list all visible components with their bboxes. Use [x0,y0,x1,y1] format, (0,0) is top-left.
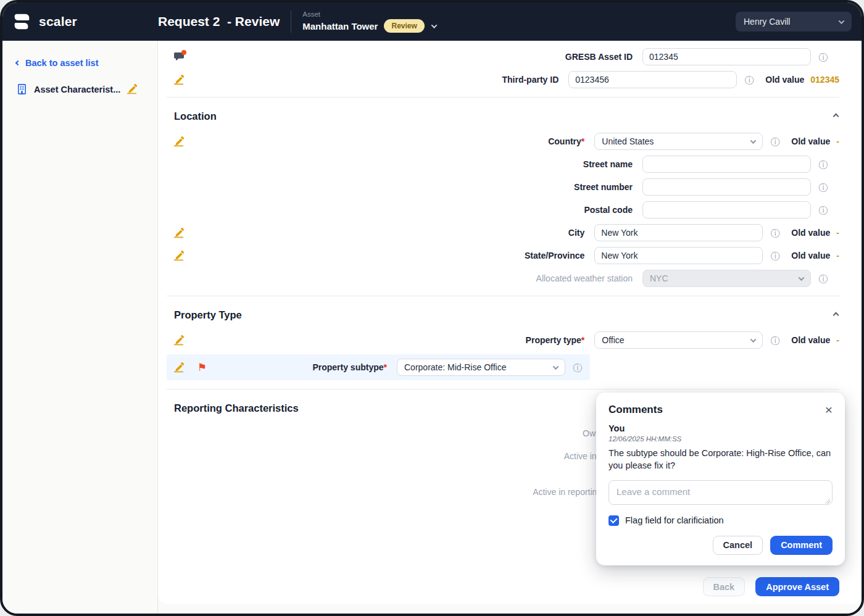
field-label: Active in analytics [210,447,642,461]
info-icon[interactable]: ⓘ [819,52,828,62]
flag-field-checkbox-row[interactable]: Flag field for clarificiation [609,515,833,526]
checkbox-label: Flag field for clarificiation [625,515,724,525]
third-party-id-input[interactable] [568,71,737,88]
chevron-down-icon [839,18,845,24]
field-label: Property subtype* [210,362,397,372]
top-header: scaler Request 2 - Review Asset Manhatta… [2,2,862,41]
old-value: 012345 [810,75,839,85]
sidebar: Back to asset list Asset Characterist... [2,41,158,614]
old-value-label: Old value [791,136,830,146]
field-row-country: Country* United States ⓘ Old value - [167,133,839,150]
info-icon[interactable]: ⓘ [771,228,780,238]
comment-input[interactable] [609,480,833,505]
info-icon[interactable]: ⓘ [819,206,828,215]
field-label: Street name [210,159,642,169]
flag-icon[interactable]: ⚑ [197,362,207,373]
field-row-weather-station: Allocated weather station NYC ⓘ [167,270,839,287]
comment-submit-button[interactable]: Comment [770,536,833,555]
scaler-logo-icon [11,11,32,32]
edit-pencil-icon[interactable] [173,136,184,147]
postal-code-input[interactable] [642,201,811,219]
back-link-label: Back to asset list [25,58,98,68]
comment-message: The subtype should be Corporate: High-Ri… [609,447,833,472]
edit-pencil-icon[interactable] [173,251,184,261]
old-value-label: Old value [791,251,830,260]
section-header-property-type: Property Type [167,296,839,326]
footer-actions: Back Approve Asset [703,577,839,596]
select-value: Corporate: Mid-Rise Office [404,362,506,372]
user-dropdown[interactable]: Henry Cavill [736,12,852,31]
status-badge: Review [384,19,424,33]
field-label: Street number [210,182,642,192]
select-value: Office [602,335,624,345]
field-label: Property type* [210,335,594,345]
comments-popup: Comments × You 12/06/2025 HH:MM:SS The s… [596,393,845,565]
info-icon[interactable]: ⓘ [819,274,828,283]
street-number-input[interactable] [642,178,811,196]
asset-selector[interactable]: Asset Manhattan Tower Review [302,10,436,33]
info-icon[interactable]: ⓘ [771,336,780,345]
field-row-street-number: Street number ⓘ [167,178,839,196]
edit-pencil-icon[interactable] [173,362,184,373]
property-subtype-select[interactable]: Corporate: Mid-Rise Office [397,359,565,376]
field-label: GRESB Asset ID [210,52,642,62]
field-label: City [210,228,594,238]
info-icon[interactable]: ⓘ [771,137,780,146]
info-icon[interactable]: ⓘ [771,251,780,260]
main-area: GRESB Asset ID ⓘ Third-party ID [158,41,862,614]
old-value-label: Old value [765,75,804,85]
field-row-property-subtype-flagged: ⚑ Property subtype* Corporate: Mid-Rise … [167,354,590,380]
field-label: Third-party ID [210,75,568,85]
field-label: Country* [210,136,594,146]
comments-title: Comments [609,404,663,416]
country-select[interactable]: United States [594,133,763,150]
section-title: Reporting Characteristics [174,402,299,414]
field-label: Active in reporting outputs [210,483,642,497]
info-icon[interactable]: ⓘ [745,75,754,85]
field-row-property-type: Property type* Office ⓘ Old value - [167,331,839,349]
comment-bubble-icon[interactable] [173,52,185,62]
back-button[interactable]: Back [703,577,746,596]
collapse-chevron-icon[interactable] [833,312,839,318]
state-province-input[interactable] [594,247,763,264]
gresb-asset-id-input[interactable] [642,48,811,65]
info-icon[interactable]: ⓘ [819,160,828,169]
back-to-asset-list-link[interactable]: Back to asset list [16,58,146,68]
header-divider [291,10,291,33]
checkbox-checked[interactable] [609,515,619,526]
property-type-select[interactable]: Office [594,331,763,349]
edit-pencil-icon[interactable] [127,84,137,94]
info-icon[interactable]: ⓘ [573,363,583,372]
field-label: Allocated weather station [210,273,642,283]
select-value: NYC [650,273,668,283]
info-icon[interactable]: ⓘ [819,183,828,192]
sidebar-item-label: Asset Characterist... [34,85,120,94]
chevron-down-icon [750,138,757,144]
comment-author: You [609,423,833,433]
section-title: Property Type [174,309,242,321]
edit-pencil-icon[interactable] [173,335,184,346]
section-title: Location [174,110,217,122]
logo-text: scaler [39,14,77,29]
chevron-down-icon[interactable] [431,22,437,28]
section-header-location: Location [167,98,839,127]
collapse-chevron-icon[interactable] [833,114,839,120]
approve-asset-button[interactable]: Approve Asset [755,577,839,596]
edit-pencil-icon[interactable] [173,75,184,85]
city-input[interactable] [594,224,763,241]
app-logo[interactable]: scaler [11,11,158,32]
field-row-postal-code: Postal code ⓘ [167,201,839,219]
asset-label: Asset [302,10,436,18]
comment-timestamp: 12/06/2025 HH:MM:SS [609,435,833,443]
cancel-button[interactable]: Cancel [713,536,763,555]
close-icon[interactable]: × [825,403,833,416]
old-value-label: Old value [791,335,830,345]
street-name-input[interactable] [642,156,811,173]
chevron-left-icon [15,60,20,65]
resize-grip[interactable] [825,498,830,504]
field-label: Postal code [210,205,642,215]
asset-name: Manhattan Tower [302,21,378,31]
edit-pencil-icon[interactable] [173,228,184,238]
sidebar-item-asset-characteristics[interactable]: Asset Characterist... [16,83,146,95]
field-row-street-name: Street name ⓘ [167,156,839,173]
